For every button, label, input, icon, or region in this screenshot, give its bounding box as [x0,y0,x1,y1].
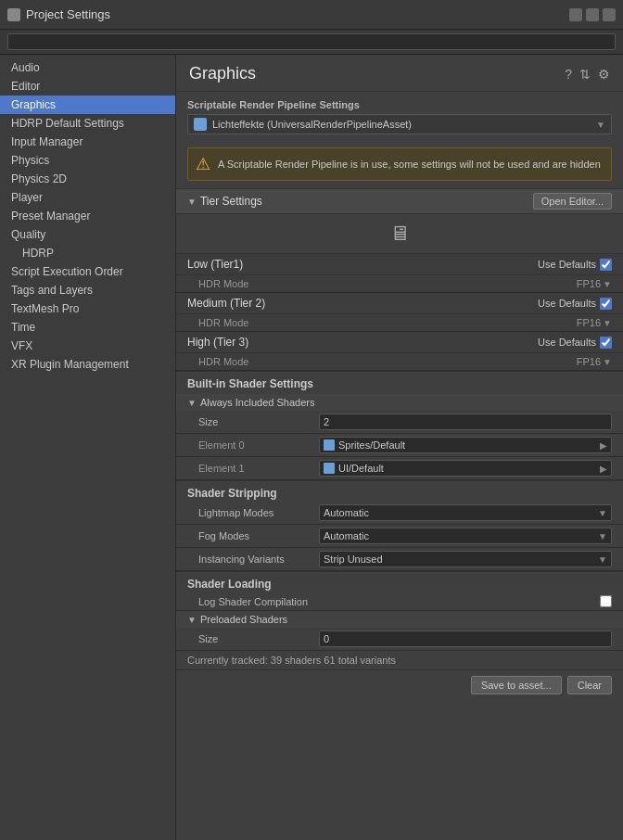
sidebar-item-player[interactable]: Player [0,188,175,207]
tier-high-hdr-row: HDR Mode FP16 ▼ [176,353,623,371]
window-title: Project Settings [26,7,564,21]
pipeline-arrow-icon: ▼ [596,120,605,130]
lightmap-modes-row: Lightmap Modes Automatic ▼ [176,502,623,525]
tier-low-checkbox[interactable] [600,259,612,271]
preloaded-size-input[interactable] [319,630,612,647]
log-shader-compilation-checkbox[interactable] [600,595,612,607]
sidebar-item-quality[interactable]: Quality [0,225,175,244]
preloaded-shaders-title: Preloaded Shaders [200,614,287,625]
tier-medium-hdr-row: HDR Mode FP16 ▼ [176,314,623,332]
sidebar-item-xr-plugin-management[interactable]: XR Plugin Management [0,355,175,374]
sidebar-item-tags-and-layers[interactable]: Tags and Layers [0,281,175,299]
collapse-arrow-icon: ▼ [187,197,197,207]
element-1-row: Element 1 UI/Default ▶ [176,457,623,480]
content-header: Graphics ? ⇅ ⚙ [176,55,623,92]
element-1-value[interactable]: UI/Default ▶ [319,460,612,477]
instancing-variants-dropdown[interactable]: Strip Unused ▼ [319,551,612,567]
fog-modes-label: Fog Modes [198,530,319,541]
page-title: Graphics [189,64,256,83]
tier-high-hdr-value-row[interactable]: FP16 ▼ [577,356,612,367]
sidebar-item-input-manager[interactable]: Input Manager [0,133,175,151]
log-shader-compilation-row: Log Shader Compilation [176,592,623,611]
always-included-arrow-icon: ▼ [187,398,197,408]
tier-high-label: High (Tier 3) [187,336,538,349]
pipeline-asset-text: Lichteffekte (UniversalRenderPipelineAss… [212,119,596,130]
sidebar-item-hdrp[interactable]: HDRP [0,244,175,262]
sidebar-item-graphics[interactable]: Graphics [0,95,175,114]
window-controls [569,8,616,21]
sidebar-item-physics-2d[interactable]: Physics 2D [0,170,175,188]
size-input[interactable] [319,414,612,430]
tier-high-checkbox[interactable] [600,337,612,349]
tier-low-label: Low (Tier1) [187,258,538,271]
title-bar: Project Settings [0,0,623,30]
always-included-header[interactable]: ▼ Always Included Shaders [176,394,623,411]
search-bar [0,30,623,55]
preloaded-size-row: Size [176,628,623,651]
element-0-icon [324,439,335,451]
tier-medium-hdr-label: HDR Mode [198,317,577,328]
tier-high-hdr-label: HDR Mode [198,356,577,367]
sidebar-item-audio[interactable]: Audio [0,58,175,77]
pipeline-asset-row[interactable]: Lichteffekte (UniversalRenderPipelineAss… [187,114,612,134]
always-included-title: Always Included Shaders [200,397,315,408]
tier-low-hdr-value-row[interactable]: FP16 ▼ [577,278,612,289]
tier-low-hdr-value: FP16 [577,278,601,289]
tier-medium-hdr-dropdown-icon: ▼ [603,318,612,328]
tier-medium-checkbox[interactable] [600,298,612,310]
maximize-button[interactable] [586,8,599,21]
sidebar-item-hdrp-default-settings[interactable]: HDRP Default Settings [0,114,175,133]
tier-high-hdr-dropdown-icon: ▼ [603,357,612,367]
search-input[interactable] [7,33,616,50]
tier-medium-section: Medium (Tier 2) Use Defaults HDR Mode FP… [176,293,623,332]
sidebar-item-vfx[interactable]: VFX [0,337,175,355]
fog-modes-value: Automatic [324,530,598,541]
sidebar-item-preset-manager[interactable]: Preset Manager [0,207,175,225]
tier-settings-header[interactable]: ▼ Tier Settings Open Editor... [176,188,623,214]
clear-button[interactable]: Clear [567,676,612,694]
element-0-value[interactable]: Sprites/Default ▶ [319,437,612,453]
fog-modes-dropdown[interactable]: Automatic ▼ [319,528,612,544]
open-editor-button[interactable]: Open Editor... [533,193,612,210]
tier-high-row: High (Tier 3) Use Defaults [176,332,623,353]
monitor-icon-row: 🖥 [176,214,623,254]
tier-low-row: Low (Tier1) Use Defaults [176,254,623,275]
gear-icon[interactable]: ⚙ [598,67,610,82]
pipeline-icon [194,118,207,131]
close-button[interactable] [603,8,616,21]
lightmap-modes-label: Lightmap Modes [198,507,319,518]
instancing-variants-row: Instancing Variants Strip Unused ▼ [176,548,623,571]
minimize-button[interactable] [569,8,582,21]
tier-medium-hdr-value: FP16 [577,317,601,328]
tier-low-hdr-label: HDR Mode [198,278,577,289]
lightmap-modes-dropdown[interactable]: Automatic ▼ [319,504,612,521]
tier-low-section: Low (Tier1) Use Defaults HDR Mode FP16 ▼ [176,254,623,293]
save-to-asset-button[interactable]: Save to asset... [471,676,562,694]
sidebar-item-script-execution-order[interactable]: Script Execution Order [0,262,175,281]
sidebar-item-time[interactable]: Time [0,318,175,337]
srp-section: Scriptable Render Pipeline Settings Lich… [176,92,623,147]
help-icon[interactable]: ? [565,67,572,82]
sidebar-item-editor[interactable]: Editor [0,77,175,95]
content-area: Graphics ? ⇅ ⚙ Scriptable Render Pipelin… [176,55,623,840]
monitor-icon: 🖥 [389,222,410,246]
lightmap-modes-value: Automatic [324,507,598,518]
sidebar-item-textmesh-pro[interactable]: TextMesh Pro [0,299,175,318]
srp-label: Scriptable Render Pipeline Settings [187,99,612,110]
lightmap-modes-arrow-icon: ▼ [598,508,607,518]
tier-high-use-defaults: Use Defaults [538,337,612,349]
shader-stripping-header: Shader Stripping [176,480,623,502]
layout-icon[interactable]: ⇅ [579,67,591,82]
warning-icon: ⚠ [196,154,210,174]
app-icon [7,8,20,21]
sidebar: Audio Editor Graphics HDRP Default Setti… [0,55,176,840]
tier-medium-hdr-value-row[interactable]: FP16 ▼ [577,317,612,328]
instancing-variants-label: Instancing Variants [198,554,319,565]
main-layout: Audio Editor Graphics HDRP Default Setti… [0,55,623,840]
shader-loading-header: Shader Loading [176,571,623,592]
tier-settings-title: Tier Settings [200,195,533,208]
tier-low-hdr-row: HDR Mode FP16 ▼ [176,275,623,293]
sidebar-item-physics[interactable]: Physics [0,151,175,170]
log-shader-compilation-label: Log Shader Compilation [198,596,600,607]
preloaded-shaders-header[interactable]: ▼ Preloaded Shaders [176,611,623,628]
